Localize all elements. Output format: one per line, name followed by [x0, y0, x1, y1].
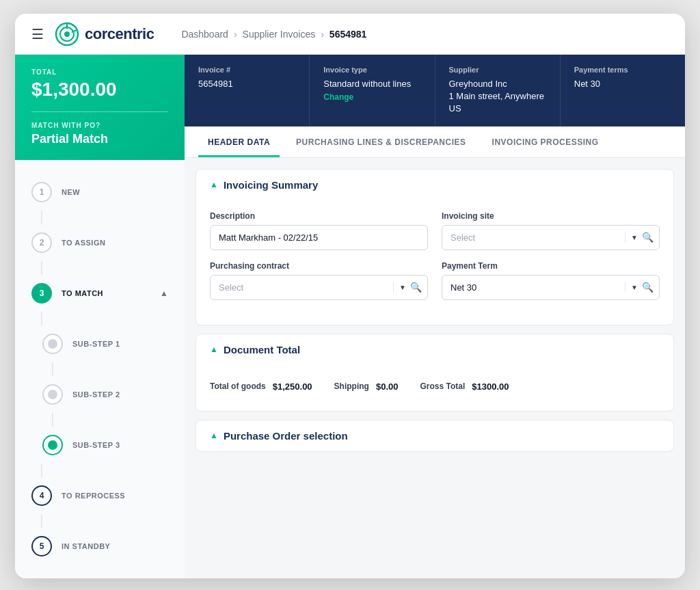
tabs-bar: HEADER DATA PURCHASING LINES & DISCREPAN… [185, 126, 685, 158]
hamburger-menu[interactable]: ☰ [31, 26, 44, 42]
invoice-number-value: 5654981 [198, 78, 295, 90]
step-3-circle: 3 [31, 283, 52, 304]
main-layout: TOTAL $1,300.00 MATCH WITH PO? Partial M… [15, 55, 685, 578]
match-label: MATCH WITH PO? [31, 122, 168, 129]
substep-3-circle [42, 435, 63, 455]
search-icon: 🔍 [642, 232, 654, 243]
step-1-circle: 1 [31, 182, 52, 202]
document-total-header[interactable]: ▲ Document Total [196, 334, 673, 365]
payment-terms-label: Payment terms [574, 66, 671, 74]
purchase-order-header[interactable]: ▲ Purchase Order selection [196, 420, 673, 451]
step-to-reprocess[interactable]: 4 TO REPROCESS [15, 477, 185, 514]
step-2-circle: 2 [31, 232, 52, 253]
match-value: Partial Match [31, 132, 168, 146]
step-2-label: TO ASSIGN [62, 239, 168, 247]
gross-total-value: $1300.00 [472, 381, 509, 392]
top-nav: ☰ corcentric Dashboard › Supplier Invoic… [15, 14, 685, 55]
document-total-section: ▲ Document Total Total of goods $1,250.0… [196, 334, 674, 412]
invoice-number-label: Invoice # [198, 66, 295, 74]
purchase-order-section: ▲ Purchase Order selection [196, 420, 674, 452]
connector-3 [41, 312, 42, 325]
payment-term-select[interactable]: Net 30 ▼ 🔍 [442, 275, 660, 300]
shipping-label: Shipping [334, 381, 369, 391]
invoice-type-col: Invoice type Standard without lines Chan… [310, 55, 435, 126]
total-goods-label: Total of goods [210, 381, 266, 391]
total-amount: $1,300.00 [31, 79, 168, 100]
supplier-label: Supplier [449, 66, 546, 74]
total-label: TOTAL [31, 68, 168, 76]
breadcrumb-sep-1: › [234, 29, 237, 40]
step-new[interactable]: 1 NEW [15, 174, 185, 211]
step-sub2[interactable]: SUB-STEP 2 [15, 376, 185, 413]
substep-3-label: SUB-STEP 3 [72, 441, 168, 449]
invoice-type-change-link[interactable]: Change [323, 92, 420, 103]
purchasing-contract-label: Purchasing contract [210, 261, 428, 271]
search-icon-2: 🔍 [410, 282, 422, 293]
payment-term-label: Payment Term [442, 261, 660, 271]
total-goods-item: Total of goods $1,250.00 [210, 381, 312, 392]
invoicing-site-label: Invoicing site [442, 211, 660, 221]
description-label: Description [210, 211, 428, 221]
step-in-standby[interactable]: 5 IN STANDBY [15, 528, 185, 565]
connector-5 [41, 514, 42, 528]
invoicing-site-select[interactable]: Select ▼ 🔍 [442, 225, 660, 250]
breadcrumb-supplier-invoices[interactable]: Supplier Invoices [243, 29, 316, 40]
form-row-2: Purchasing contract Select ▼ 🔍 [210, 261, 660, 300]
payment-terms-col: Payment terms Net 30 [561, 55, 685, 126]
total-goods-value: $1,250.00 [273, 381, 312, 392]
step-4-label: TO REPROCESS [62, 492, 168, 500]
purchase-order-chevron: ▲ [210, 431, 218, 440]
invoicing-summary-title: Invoicing Summary [224, 179, 318, 191]
sidebar-steps: 1 NEW 2 TO ASSIGN 3 TO MATCH ▲ [15, 160, 185, 578]
sidebar-total: TOTAL $1,300.00 MATCH WITH PO? Partial M… [15, 55, 185, 160]
app-container: ☰ corcentric Dashboard › Supplier Invoic… [15, 14, 685, 578]
purchasing-contract-value: Select [211, 276, 393, 299]
right-content: Invoice # 5654981 Invoice type Standard … [185, 55, 685, 578]
step-sub3[interactable]: SUB-STEP 3 [15, 427, 185, 464]
step-3-chevron: ▲ [160, 289, 168, 298]
tab-purchasing-lines[interactable]: PURCHASING LINES & DISCREPANCIES [286, 126, 475, 157]
invoicing-site-value: Select [442, 226, 625, 250]
step-to-assign[interactable]: 2 TO ASSIGN [15, 224, 185, 261]
substep-1-circle [42, 334, 63, 354]
purchasing-contract-select[interactable]: Select ▼ 🔍 [210, 275, 428, 300]
invoicing-site-icons: ▼ 🔍 [625, 232, 659, 243]
document-total-title: Document Total [224, 344, 300, 356]
breadcrumb-dashboard[interactable]: Dashboard [181, 29, 228, 40]
connector-4 [41, 464, 42, 477]
invoicing-summary-section: ▲ Invoicing Summary Description Invoicin… [196, 169, 674, 325]
step-5-label: IN STANDBY [62, 542, 168, 550]
step-sub1[interactable]: SUB-STEP 1 [15, 325, 185, 362]
document-total-body: Total of goods $1,250.00 Shipping $0.00 … [196, 365, 673, 411]
payment-terms-value: Net 30 [574, 78, 671, 90]
form-row-1: Description Invoicing site Select ▼ 🔍 [210, 211, 660, 250]
step-to-match[interactable]: 3 TO MATCH ▲ [15, 275, 185, 312]
document-total-chevron: ▲ [210, 345, 218, 354]
substep-2-label: SUB-STEP 2 [72, 390, 168, 399]
purchasing-contract-icons: ▼ 🔍 [393, 282, 427, 293]
tab-invoicing-processing[interactable]: INVOICING PROCESSING [483, 126, 608, 157]
chevron-down-icon-3: ▼ [631, 284, 638, 291]
substep-2-circle [42, 384, 63, 405]
chevron-down-icon: ▼ [631, 234, 638, 241]
gross-total-label: Gross Total [420, 381, 465, 391]
supplier-value: Greyhound Inc 1 Main street, Anywhere US [449, 78, 546, 116]
supplier-col: Supplier Greyhound Inc 1 Main street, An… [435, 55, 561, 126]
connector-2 [41, 261, 42, 275]
connector-1 [41, 211, 42, 224]
description-input[interactable] [210, 225, 428, 250]
shipping-value: $0.00 [376, 381, 399, 392]
purchase-order-title: Purchase Order selection [224, 430, 348, 442]
step-5-circle: 5 [31, 536, 52, 557]
invoicing-summary-header[interactable]: ▲ Invoicing Summary [196, 170, 673, 200]
chevron-down-icon-2: ▼ [399, 284, 406, 291]
logo-area: corcentric [55, 22, 154, 46]
breadcrumb: Dashboard › Supplier Invoices › 5654981 [181, 29, 366, 40]
search-icon-3: 🔍 [642, 282, 654, 293]
invoice-header: Invoice # 5654981 Invoice type Standard … [185, 55, 685, 126]
step-4-circle: 4 [31, 485, 52, 506]
description-group: Description [210, 211, 428, 250]
invoice-type-value: Standard without lines Change [323, 78, 420, 103]
tab-header-data[interactable]: HEADER DATA [198, 126, 280, 157]
shipping-item: Shipping $0.00 [334, 381, 399, 392]
